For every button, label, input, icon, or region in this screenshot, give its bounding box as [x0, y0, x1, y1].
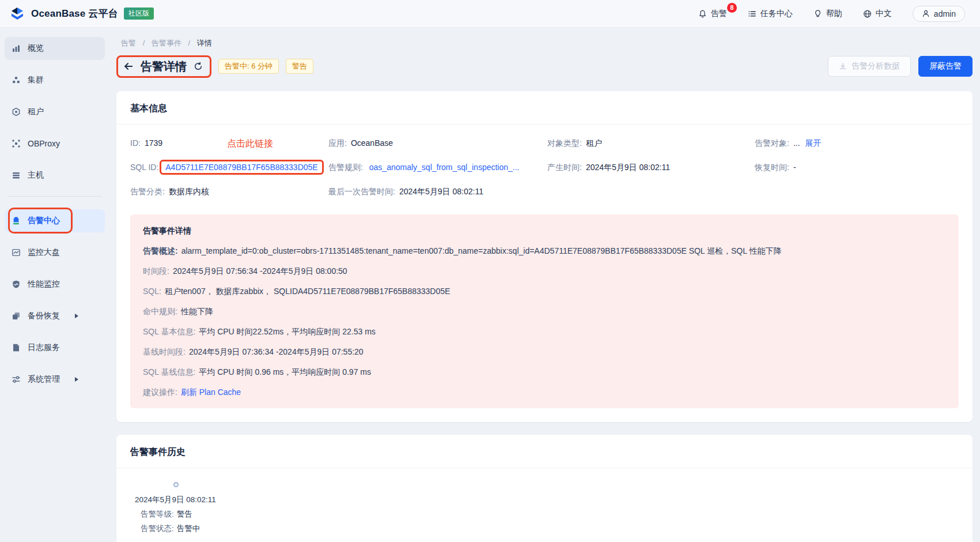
- main-content: 告警 / 告警事件 / 详情 告警详情: [109, 28, 980, 542]
- sidebar-item-obproxy[interactable]: OBProxy: [5, 132, 105, 155]
- sidebar-item-alarm-center[interactable]: 告警中心: [5, 209, 105, 232]
- annotation-click-hint: 点击此链接: [227, 138, 273, 150]
- sidebar-item-clusters[interactable]: 集群: [5, 69, 105, 92]
- username: admin: [934, 9, 956, 18]
- globe-icon: [863, 9, 872, 18]
- system-icon: [12, 375, 21, 384]
- breadcrumb-separator: /: [143, 39, 145, 47]
- alarm-rule-link[interactable]: oas_anomaly_sql_from_sql_inspection_...: [369, 163, 520, 172]
- bar-chart-icon: [12, 44, 21, 53]
- sidebar-item-label: 集群: [28, 75, 44, 85]
- alarm-event-detail-box: 告警事件详情 告警概述:alarm_template_id=0:ob_clust…: [130, 214, 959, 408]
- field-object-type: 对象类型:租户: [547, 138, 755, 149]
- detail-baseline-range: 基线时间段:2024年5月9日 07:36:34 -2024年5月9日 07:5…: [143, 347, 946, 357]
- obproxy-icon: [12, 139, 21, 148]
- nav-language[interactable]: 中文: [863, 9, 892, 19]
- user-icon: [922, 9, 930, 18]
- export-analysis-label: 告警分析数据: [852, 61, 900, 71]
- top-navbar: OceanBase 云平台 社区版 告警 8 任务中心: [0, 0, 980, 28]
- status-badge: 告警中: 6 分钟: [218, 59, 279, 74]
- user-menu[interactable]: admin: [913, 6, 965, 22]
- detail-summary: 告警概述:alarm_template_id=0:ob_cluster=obrs…: [143, 246, 946, 257]
- sidebar-item-label: 监控大盘: [28, 247, 60, 258]
- sidebar-item-label: 性能监控: [28, 279, 60, 289]
- chevron-right-icon: [75, 314, 78, 318]
- sidebar-item-log-service[interactable]: 日志服务: [5, 336, 105, 359]
- monitor-icon: [12, 248, 21, 257]
- nav-help-label: 帮助: [826, 9, 842, 19]
- alarm-history-title: 告警事件历史: [130, 447, 186, 457]
- back-arrow-icon[interactable]: [123, 61, 134, 71]
- detail-sql: SQL:租户ten007， 数据库zabbix， SQLIDA4D5711E7E…: [143, 287, 946, 297]
- field-app: 应用:OceanBase: [328, 138, 547, 149]
- cluster-icon: [12, 76, 21, 85]
- annotation-box-title: 告警详情: [116, 55, 211, 78]
- field-recover-time: 恢复时间:-: [755, 163, 959, 173]
- level-badge: 警告: [286, 59, 313, 74]
- bell-icon: [698, 9, 707, 18]
- sidebar-item-monitor-dashboard[interactable]: 监控大盘: [5, 241, 105, 264]
- log-icon: [12, 343, 21, 352]
- timeline-entry: 2024年5月9日 08:02:11 告警等级:警告 告警状态:告警中: [135, 482, 217, 534]
- sidebar-item-label: 主机: [28, 170, 44, 180]
- refresh-plan-cache-link[interactable]: 刷新 Plan Cache: [181, 387, 241, 397]
- edition-badge: 社区版: [124, 7, 154, 20]
- backup-icon: [12, 311, 21, 321]
- sidebar-item-overview[interactable]: 概览: [5, 37, 105, 60]
- sidebar-item-label: 备份恢复: [28, 311, 60, 321]
- field-alarm-category: 告警分类:数据库内核: [130, 187, 328, 197]
- alarm-history-header: 告警事件历史: [116, 435, 973, 468]
- timeline-time: 2024年5月9日 08:02:11: [135, 495, 217, 505]
- breadcrumb-alarm-events[interactable]: 告警事件: [152, 39, 181, 47]
- sidebar-item-hosts[interactable]: 主机: [5, 164, 105, 187]
- detail-sql-baseline: SQL 基线信息:平均 CPU 时间 0.96 ms，平均响应时间 0.97 m…: [143, 367, 946, 378]
- sidebar-item-performance-monitor[interactable]: 性能监控: [5, 273, 105, 296]
- timeline-dot-icon: [173, 482, 179, 487]
- basic-info-card: 基本信息 ID:1739 点击此链接 应用:OceanBase 对象类型:租户 …: [116, 91, 973, 422]
- timeline-level: 告警等级:警告: [135, 509, 217, 520]
- sidebar-item-tenants[interactable]: 租户: [5, 100, 105, 123]
- sidebar-item-label: 租户: [28, 107, 44, 117]
- timeline-status: 告警状态:告警中: [135, 524, 217, 534]
- oceanbase-logo-icon: [9, 6, 25, 22]
- nav-language-label: 中文: [876, 9, 892, 19]
- breadcrumb-detail: 详情: [197, 39, 212, 47]
- alarm-bell-icon: [12, 216, 21, 225]
- tenant-icon: [12, 107, 21, 116]
- sidebar-item-label: OBProxy: [28, 139, 60, 148]
- export-analysis-button[interactable]: 告警分析数据: [828, 56, 911, 77]
- expand-link[interactable]: 展开: [805, 138, 821, 148]
- alarm-history-card: 告警事件历史 2024年5月9日 08:02:11 告警等级:警告 告警状态:告…: [116, 435, 973, 542]
- field-id: ID:1739 点击此链接: [130, 138, 328, 149]
- block-alarm-button[interactable]: 屏蔽告警: [918, 56, 973, 77]
- nav-help[interactable]: 帮助: [813, 9, 842, 19]
- breadcrumb-alarm[interactable]: 告警: [121, 39, 136, 47]
- field-occur-time: 产生时间:2024年5月9日 08:02:11: [547, 163, 755, 173]
- lightbulb-icon: [813, 9, 822, 18]
- logo[interactable]: OceanBase 云平台 社区版: [9, 6, 154, 22]
- task-list-icon: [748, 9, 756, 18]
- sidebar-item-label: 日志服务: [28, 342, 60, 353]
- sidebar-item-label: 系统管理: [28, 374, 60, 385]
- field-sql-id: SQL ID:A4D5711E7E08879BB17F65B88333D05E: [130, 163, 328, 173]
- field-alarm-rule: 告警规则: oas_anomaly_sql_from_sql_inspectio…: [328, 163, 547, 173]
- alert-count-badge: 8: [727, 3, 737, 13]
- nav-task-center-label: 任务中心: [760, 9, 793, 19]
- sidebar-item-label: 概览: [28, 43, 44, 54]
- nav-alerts-label: 告警: [711, 9, 727, 19]
- annotation-box-sql-id: A4D5711E7E08879BB17F65B88333D05E: [160, 160, 323, 175]
- performance-shield-icon: [12, 280, 21, 289]
- event-detail-title: 告警事件详情: [143, 226, 946, 236]
- host-icon: [12, 171, 21, 180]
- sidebar-divider: [8, 196, 101, 197]
- sidebar-item-backup-restore[interactable]: 备份恢复: [5, 304, 105, 328]
- nav-task-center[interactable]: 任务中心: [748, 9, 793, 19]
- basic-info-header: 基本信息: [116, 91, 973, 125]
- refresh-icon[interactable]: [194, 62, 203, 71]
- sidebar-item-system-management[interactable]: 系统管理: [5, 368, 105, 391]
- nav-alerts[interactable]: 告警 8: [698, 9, 727, 19]
- breadcrumb: 告警 / 告警事件 / 详情: [116, 38, 973, 48]
- detail-sql-basic: SQL 基本信息:平均 CPU 时间22.52ms，平均响应时间 22.53 m…: [143, 327, 946, 337]
- page-title: 告警详情: [141, 59, 187, 74]
- sql-id-link[interactable]: A4D5711E7E08879BB17F65B88333D05E: [165, 163, 317, 172]
